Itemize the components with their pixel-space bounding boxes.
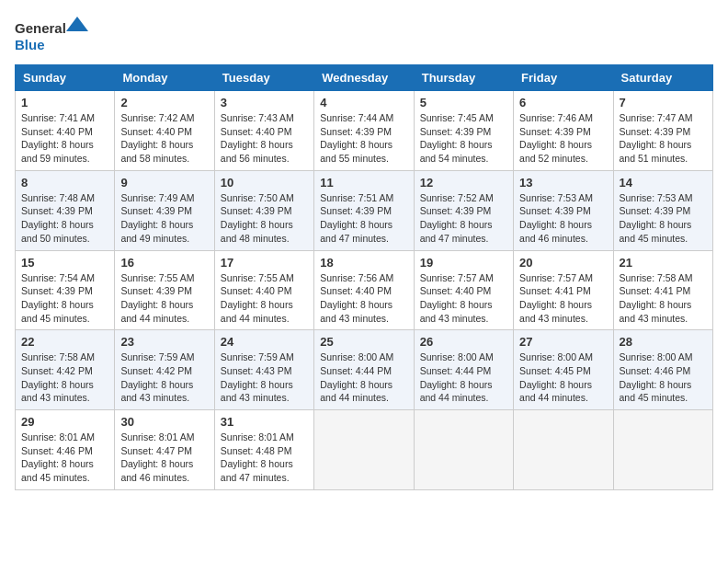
calendar-cell: 25 Sunrise: 8:00 AM Sunset: 4:44 PM Dayl… (314, 330, 414, 410)
calendar-cell: 18 Sunrise: 7:56 AM Sunset: 4:40 PM Dayl… (314, 250, 414, 330)
sunset-text: Sunset: 4:45 PM (519, 365, 591, 376)
day-info: Sunrise: 8:01 AM Sunset: 4:48 PM Dayligh… (221, 431, 308, 485)
col-header-friday: Friday (514, 65, 613, 91)
sunrise-text: Sunrise: 7:47 AM (620, 112, 693, 123)
calendar-cell: 17 Sunrise: 7:55 AM Sunset: 4:40 PM Dayl… (214, 250, 313, 330)
sunset-text: Sunset: 4:44 PM (420, 365, 492, 376)
sunset-text: Sunset: 4:39 PM (620, 205, 691, 216)
sunrise-text: Sunrise: 7:43 AM (221, 112, 294, 123)
daylight-text: Daylight: 8 hours and 50 minutes. (21, 219, 94, 244)
sunrise-text: Sunrise: 7:54 AM (21, 272, 95, 283)
sunrise-text: Sunrise: 7:53 AM (519, 192, 593, 203)
day-number: 19 (420, 256, 507, 270)
sunrise-text: Sunrise: 7:50 AM (221, 192, 294, 203)
day-info: Sunrise: 7:55 AM Sunset: 4:39 PM Dayligh… (120, 271, 208, 326)
day-number: 2 (120, 96, 208, 109)
sunset-text: Sunset: 4:42 PM (21, 365, 93, 376)
daylight-text: Daylight: 8 hours and 43 minutes. (519, 299, 592, 324)
day-info: Sunrise: 7:54 AM Sunset: 4:39 PM Dayligh… (21, 271, 108, 326)
calendar-table: SundayMondayTuesdayWednesdayThursdayFrid… (15, 64, 713, 490)
calendar-cell (314, 410, 414, 490)
col-header-sunday: Sunday (16, 65, 115, 91)
sunset-text: Sunset: 4:39 PM (320, 126, 392, 137)
calendar-cell: 7 Sunrise: 7:47 AM Sunset: 4:39 PM Dayli… (613, 91, 712, 171)
calendar-cell (414, 410, 513, 490)
daylight-text: Daylight: 8 hours and 46 minutes. (519, 219, 592, 244)
calendar-cell: 23 Sunrise: 7:59 AM Sunset: 4:42 PM Dayl… (115, 330, 214, 410)
calendar-cell: 22 Sunrise: 7:58 AM Sunset: 4:42 PM Dayl… (16, 330, 115, 410)
day-info: Sunrise: 7:44 AM Sunset: 4:39 PM Dayligh… (320, 111, 407, 166)
sunrise-text: Sunrise: 8:01 AM (21, 431, 95, 442)
sunset-text: Sunset: 4:40 PM (120, 126, 192, 137)
daylight-text: Daylight: 8 hours and 47 minutes. (420, 219, 493, 244)
sunrise-text: Sunrise: 7:55 AM (221, 272, 294, 283)
day-info: Sunrise: 7:59 AM Sunset: 4:42 PM Dayligh… (120, 350, 208, 405)
calendar-cell (514, 410, 613, 490)
page-header: General Blue (15, 15, 713, 55)
daylight-text: Daylight: 8 hours and 45 minutes. (21, 458, 94, 483)
calendar-cell: 6 Sunrise: 7:46 AM Sunset: 4:39 PM Dayli… (514, 91, 613, 171)
calendar-cell: 2 Sunrise: 7:42 AM Sunset: 4:40 PM Dayli… (115, 91, 214, 171)
day-info: Sunrise: 7:57 AM Sunset: 4:41 PM Dayligh… (519, 271, 607, 326)
calendar-cell: 28 Sunrise: 8:00 AM Sunset: 4:46 PM Dayl… (613, 330, 712, 410)
day-info: Sunrise: 7:51 AM Sunset: 4:39 PM Dayligh… (320, 191, 407, 246)
calendar-cell: 13 Sunrise: 7:53 AM Sunset: 4:39 PM Dayl… (514, 170, 613, 250)
day-info: Sunrise: 7:58 AM Sunset: 4:41 PM Dayligh… (620, 271, 707, 326)
day-info: Sunrise: 7:53 AM Sunset: 4:39 PM Dayligh… (519, 191, 607, 246)
calendar-cell: 20 Sunrise: 7:57 AM Sunset: 4:41 PM Dayl… (514, 250, 613, 330)
day-info: Sunrise: 7:55 AM Sunset: 4:40 PM Dayligh… (221, 271, 308, 326)
calendar-cell: 24 Sunrise: 7:59 AM Sunset: 4:43 PM Dayl… (214, 330, 313, 410)
sunset-text: Sunset: 4:39 PM (320, 205, 392, 216)
sunrise-text: Sunrise: 7:59 AM (221, 351, 294, 362)
day-number: 21 (620, 256, 707, 270)
calendar-cell: 1 Sunrise: 7:41 AM Sunset: 4:40 PM Dayli… (16, 91, 115, 171)
sunrise-text: Sunrise: 8:01 AM (221, 431, 294, 442)
sunset-text: Sunset: 4:41 PM (620, 285, 691, 296)
daylight-text: Daylight: 8 hours and 52 minutes. (519, 139, 592, 164)
sunrise-text: Sunrise: 7:51 AM (320, 192, 393, 203)
day-number: 8 (21, 176, 108, 190)
sunset-text: Sunset: 4:39 PM (519, 205, 591, 216)
day-info: Sunrise: 7:48 AM Sunset: 4:39 PM Dayligh… (21, 191, 108, 246)
sunset-text: Sunset: 4:39 PM (420, 126, 492, 137)
sunrise-text: Sunrise: 8:00 AM (420, 351, 494, 362)
day-number: 7 (620, 96, 707, 109)
sunrise-text: Sunrise: 7:42 AM (120, 112, 194, 123)
day-info: Sunrise: 7:43 AM Sunset: 4:40 PM Dayligh… (221, 111, 308, 166)
sunrise-text: Sunrise: 7:53 AM (620, 192, 693, 203)
sunset-text: Sunset: 4:40 PM (21, 126, 93, 137)
sunset-text: Sunset: 4:39 PM (620, 126, 691, 137)
calendar-cell: 10 Sunrise: 7:50 AM Sunset: 4:39 PM Dayl… (214, 170, 313, 250)
sunrise-text: Sunrise: 8:01 AM (120, 431, 194, 442)
calendar-cell: 27 Sunrise: 8:00 AM Sunset: 4:45 PM Dayl… (514, 330, 613, 410)
calendar-cell: 29 Sunrise: 8:01 AM Sunset: 4:46 PM Dayl… (16, 410, 115, 490)
day-number: 1 (21, 96, 108, 109)
sunrise-text: Sunrise: 7:58 AM (620, 272, 693, 283)
daylight-text: Daylight: 8 hours and 45 minutes. (620, 379, 692, 404)
daylight-text: Daylight: 8 hours and 58 minutes. (120, 139, 193, 164)
day-number: 23 (120, 335, 208, 349)
sunset-text: Sunset: 4:39 PM (21, 205, 93, 216)
daylight-text: Daylight: 8 hours and 48 minutes. (221, 219, 293, 244)
calendar-cell: 11 Sunrise: 7:51 AM Sunset: 4:39 PM Dayl… (314, 170, 414, 250)
sunrise-text: Sunrise: 8:00 AM (519, 351, 593, 362)
sunrise-text: Sunrise: 7:58 AM (21, 351, 95, 362)
day-number: 30 (120, 415, 208, 429)
sunset-text: Sunset: 4:47 PM (120, 445, 192, 456)
day-number: 4 (320, 96, 407, 109)
sunset-text: Sunset: 4:40 PM (420, 285, 492, 296)
day-info: Sunrise: 7:59 AM Sunset: 4:43 PM Dayligh… (221, 350, 308, 405)
daylight-text: Daylight: 8 hours and 43 minutes. (120, 379, 193, 404)
sunset-text: Sunset: 4:39 PM (420, 205, 492, 216)
calendar-cell: 15 Sunrise: 7:54 AM Sunset: 4:39 PM Dayl… (16, 250, 115, 330)
day-number: 9 (120, 176, 208, 190)
sunset-text: Sunset: 4:40 PM (320, 285, 392, 296)
sunset-text: Sunset: 4:42 PM (120, 365, 192, 376)
day-info: Sunrise: 7:45 AM Sunset: 4:39 PM Dayligh… (420, 111, 507, 166)
calendar-cell: 12 Sunrise: 7:52 AM Sunset: 4:39 PM Dayl… (414, 170, 513, 250)
day-info: Sunrise: 8:01 AM Sunset: 4:46 PM Dayligh… (21, 431, 108, 485)
day-info: Sunrise: 7:56 AM Sunset: 4:40 PM Dayligh… (320, 271, 407, 326)
col-header-wednesday: Wednesday (314, 65, 414, 91)
sunrise-text: Sunrise: 7:45 AM (420, 112, 494, 123)
daylight-text: Daylight: 8 hours and 55 minutes. (320, 139, 392, 164)
